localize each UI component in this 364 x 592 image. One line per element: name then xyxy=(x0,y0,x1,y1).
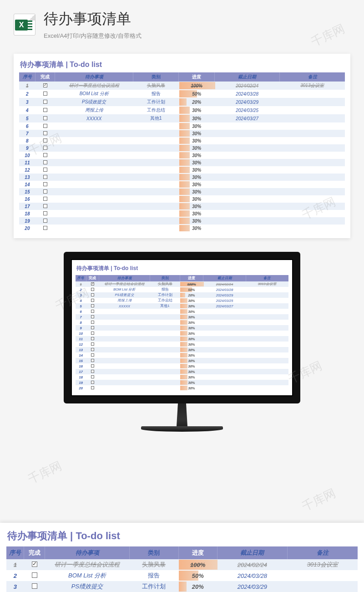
checkbox-icon[interactable] xyxy=(32,572,37,578)
cell-category[interactable] xyxy=(133,130,179,137)
cell-done[interactable] xyxy=(35,114,55,122)
cell-task[interactable] xyxy=(99,380,150,385)
cell-task[interactable] xyxy=(99,385,150,391)
checkbox-icon[interactable] xyxy=(91,381,94,384)
cell-note[interactable] xyxy=(280,210,345,217)
checkbox-icon[interactable] xyxy=(91,282,94,286)
cell-category[interactable] xyxy=(150,320,180,325)
checkbox-icon[interactable] xyxy=(43,131,47,135)
cell-progress[interactable]: 30% xyxy=(179,225,215,232)
cell-deadline[interactable]: 2024/03/27 xyxy=(203,303,246,309)
cell-note[interactable] xyxy=(280,195,345,203)
cell-category[interactable] xyxy=(150,336,180,342)
cell-note[interactable] xyxy=(280,159,345,166)
cell-deadline[interactable] xyxy=(203,309,246,314)
cell-deadline[interactable] xyxy=(203,369,246,374)
cell-category[interactable] xyxy=(133,195,179,203)
cell-category[interactable]: 工作计划 xyxy=(150,292,180,298)
cell-progress[interactable]: 30% xyxy=(180,374,203,380)
cell-deadline[interactable] xyxy=(215,152,280,159)
cell-task[interactable] xyxy=(99,342,150,347)
cell-note[interactable] xyxy=(246,336,288,342)
cell-note[interactable] xyxy=(246,292,288,298)
checkbox-icon[interactable] xyxy=(43,153,47,157)
checkbox-icon[interactable] xyxy=(91,299,94,302)
cell-task[interactable] xyxy=(99,325,150,331)
cell-done[interactable] xyxy=(86,331,99,336)
checkbox-icon[interactable] xyxy=(43,138,47,143)
cell-deadline[interactable] xyxy=(215,203,280,210)
cell-done[interactable] xyxy=(35,225,55,232)
cell-task[interactable]: BOM List 分析 xyxy=(99,287,150,292)
cell-deadline[interactable] xyxy=(215,188,280,195)
cell-note[interactable] xyxy=(280,106,345,114)
cell-note[interactable] xyxy=(280,174,345,181)
cell-deadline[interactable]: 2024/03/28 xyxy=(215,90,280,98)
cell-deadline[interactable] xyxy=(203,374,246,380)
cell-category[interactable] xyxy=(133,188,179,195)
cell-done[interactable] xyxy=(86,287,99,292)
cell-task[interactable] xyxy=(55,137,133,144)
cell-category[interactable]: 其他1 xyxy=(133,114,179,122)
checkbox-icon[interactable] xyxy=(43,204,47,208)
cell-done[interactable] xyxy=(86,336,99,342)
checkbox-icon[interactable] xyxy=(43,160,47,164)
cell-task[interactable]: 研讨一季度总结会议流程 xyxy=(99,281,150,287)
cell-note[interactable] xyxy=(280,188,345,195)
cell-note[interactable] xyxy=(246,298,288,303)
cell-done[interactable] xyxy=(86,369,99,374)
checkbox-icon[interactable] xyxy=(91,321,94,324)
cell-progress[interactable]: 30% xyxy=(180,314,203,320)
cell-task[interactable]: 周报上传 xyxy=(99,298,150,303)
cell-category[interactable]: 报告 xyxy=(150,287,180,292)
cell-done[interactable] xyxy=(86,363,99,369)
cell-progress[interactable]: 30% xyxy=(180,303,203,309)
cell-progress[interactable]: 30% xyxy=(179,181,215,188)
cell-done[interactable] xyxy=(35,130,55,137)
cell-note[interactable] xyxy=(280,152,345,159)
cell-task[interactable] xyxy=(55,217,133,225)
cell-progress[interactable]: 30% xyxy=(180,309,203,314)
checkbox-icon[interactable] xyxy=(91,364,94,367)
cell-category[interactable] xyxy=(133,152,179,159)
cell-progress[interactable]: 30% xyxy=(180,363,203,369)
cell-progress[interactable]: 30% xyxy=(179,203,215,210)
checkbox-icon[interactable] xyxy=(43,116,47,120)
cell-note[interactable] xyxy=(246,314,288,320)
cell-category[interactable] xyxy=(150,314,180,320)
cell-deadline[interactable]: 2024/03/25 xyxy=(215,106,280,114)
cell-progress[interactable]: 30% xyxy=(180,320,203,325)
cell-task[interactable] xyxy=(99,309,150,314)
checkbox-icon[interactable] xyxy=(91,332,94,335)
cell-progress[interactable]: 20% xyxy=(178,581,217,592)
cell-progress[interactable]: 100% xyxy=(180,281,203,287)
cell-progress[interactable]: 30% xyxy=(179,210,215,217)
cell-category[interactable] xyxy=(133,210,179,217)
cell-note[interactable] xyxy=(246,380,288,385)
cell-deadline[interactable] xyxy=(215,137,280,144)
cell-category[interactable] xyxy=(150,331,180,336)
cell-done[interactable] xyxy=(86,374,99,380)
cell-done[interactable] xyxy=(86,281,99,287)
cell-deadline[interactable] xyxy=(203,325,246,331)
cell-done[interactable] xyxy=(86,347,99,352)
cell-note[interactable] xyxy=(246,320,288,325)
cell-progress[interactable]: 30% xyxy=(180,342,203,347)
cell-note[interactable] xyxy=(280,114,345,122)
cell-note[interactable] xyxy=(280,217,345,225)
cell-done[interactable] xyxy=(35,122,55,130)
cell-progress[interactable]: 20% xyxy=(180,292,203,298)
cell-category[interactable] xyxy=(150,369,180,374)
cell-task[interactable] xyxy=(99,314,150,320)
cell-done[interactable] xyxy=(35,90,55,98)
cell-task[interactable] xyxy=(55,181,133,188)
cell-category[interactable] xyxy=(150,325,180,331)
cell-deadline[interactable] xyxy=(203,331,246,336)
cell-progress[interactable]: 30% xyxy=(180,352,203,358)
cell-task[interactable] xyxy=(55,144,133,152)
cell-note[interactable] xyxy=(246,385,288,391)
cell-done[interactable] xyxy=(86,342,99,347)
cell-task[interactable] xyxy=(55,225,133,232)
checkbox-icon[interactable] xyxy=(43,175,47,179)
cell-progress[interactable]: 30% xyxy=(179,217,215,225)
